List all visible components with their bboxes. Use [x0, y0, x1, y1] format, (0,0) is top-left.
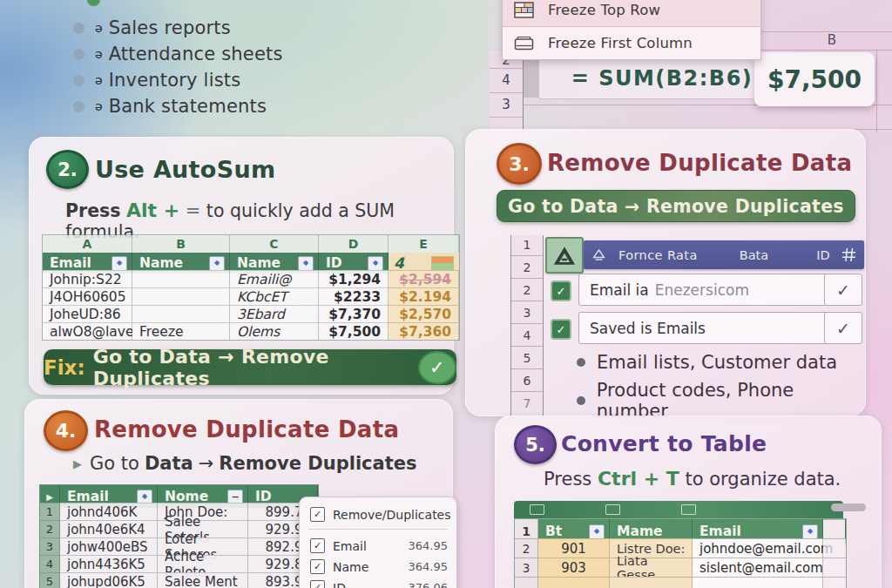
- table-cell: Freeze: [132, 322, 230, 340]
- checkbox-checked[interactable]: ✓: [551, 319, 571, 340]
- result-cell[interactable]: $7,500: [754, 52, 875, 106]
- list-item: ə Bank statements: [73, 93, 283, 119]
- collapse-button[interactable]: −: [227, 490, 243, 504]
- dialog-option-row: ✓ ID 376.06: [310, 580, 448, 588]
- field-text-secondary: Enezersicom: [655, 281, 749, 299]
- table-cell: $7,370: [319, 305, 389, 322]
- press-word: Press: [65, 200, 120, 221]
- dialog-title: Remove/Duplicates: [333, 508, 451, 522]
- filter-dropdown-button[interactable]: ◆: [298, 256, 314, 271]
- hash-icon[interactable]: [841, 248, 856, 261]
- filter-dropdown-button[interactable]: ◆: [209, 256, 225, 271]
- header-label: Email: [699, 524, 741, 539]
- dialog-titlebar: Fornce Rata Bata ID: [584, 240, 864, 269]
- header-label: Name: [237, 255, 280, 271]
- option-value: 364.95: [409, 560, 449, 573]
- table-cell: $2233: [319, 287, 389, 305]
- row-header: 2: [40, 520, 60, 537]
- option-value: 376.06: [409, 581, 449, 588]
- filter-dropdown-button[interactable]: ◆: [368, 256, 383, 271]
- checkbox-checked[interactable]: ✓: [310, 559, 325, 574]
- table-cell: Johnip:S22: [43, 270, 132, 287]
- titlebar-label: Bata: [740, 248, 768, 262]
- press-word: Press: [544, 469, 591, 490]
- dialog-option-row: ✓ Email 364.95: [310, 538, 448, 553]
- table-ribbon-strip: [514, 501, 843, 518]
- freeze-first-column-icon: [514, 36, 540, 51]
- press-rest: to organize data.: [685, 469, 841, 490]
- formula-cell[interactable]: = SUM(B2:B6): [538, 57, 786, 99]
- table-cell: johnd406K: [60, 503, 158, 520]
- table-cell: johupd06K5: [60, 572, 158, 588]
- row-header: 2: [511, 283, 543, 301]
- checkbox-checked[interactable]: ✓: [310, 507, 325, 522]
- section-number-badge: 3.: [497, 143, 542, 185]
- arrow-icon: ▶: [46, 492, 53, 502]
- table-cell: alwO8@lave: [43, 322, 132, 340]
- confirm-check-button[interactable]: ✓: [824, 274, 862, 306]
- converted-table: 1 Bt ◆ Mame Email ◆ 2 901 Listre Doe: jo…: [514, 518, 847, 588]
- sheet-tab-icon: [605, 504, 620, 515]
- column-letter: D: [319, 235, 389, 253]
- check-circle-icon: ✓: [418, 351, 456, 384]
- menu-item-freeze-top-row[interactable]: Freeze Top Row: [503, 0, 760, 26]
- header-label: Bt: [545, 524, 562, 539]
- section-4-remove-duplicates: 4. Remove Duplicate Data ▶ Go to Data → …: [24, 399, 453, 588]
- filter-dropdown-button[interactable]: ◆: [802, 524, 818, 539]
- play-icon: ▶: [73, 457, 82, 470]
- filter-dropdown-button[interactable]: ◆: [137, 490, 152, 504]
- header-label: 4: [394, 254, 404, 272]
- table-cell: $2.194: [389, 287, 459, 305]
- table-cell: john4436K5: [60, 555, 158, 572]
- app-logo-icon: [545, 237, 584, 274]
- freeze-menu: Freeze Top Row Freeze First Column: [502, 0, 761, 60]
- table-cell: $1,294: [319, 270, 389, 287]
- header-label: Email: [50, 255, 91, 271]
- checkbox-checked[interactable]: ✓: [551, 280, 571, 301]
- checkbox-checked[interactable]: ✓: [310, 580, 325, 588]
- bullet-line: Email lists, Customer data: [577, 352, 837, 373]
- filter-dropdown-button[interactable]: ◆: [589, 524, 605, 539]
- titlebar-label: ID: [816, 248, 829, 262]
- use-cases-list: ə Sales reports ə Attendance sheets ə In…: [73, 15, 283, 119]
- row-header-rail: 1 2 2 3 4 5 6 7: [510, 235, 544, 416]
- option-label: ID: [333, 581, 346, 588]
- arrow-glyph: →: [199, 453, 214, 474]
- table-cell: [132, 287, 230, 305]
- bullet-dot-icon: [73, 49, 84, 60]
- column-letter: B: [132, 235, 230, 253]
- table-cell: KCbcET: [230, 287, 319, 305]
- section-2-autosum: 2. Use AutoSum Press Alt + = to quickly …: [29, 137, 454, 395]
- row-header: 3: [515, 558, 538, 577]
- scrollbar-fragment[interactable]: [831, 504, 866, 511]
- goto-data-pill: Go to Data → Remove Duplicates: [497, 190, 855, 222]
- table-cell-empty: [823, 558, 846, 577]
- list-item: ə Sales reports: [73, 15, 283, 41]
- checkbox-checked[interactable]: ✓: [310, 538, 325, 553]
- table-cell: Emaili@: [230, 270, 319, 287]
- confirm-check-button[interactable]: ✓: [824, 312, 862, 344]
- table-cell: [132, 305, 230, 322]
- menu-item-label: Freeze First Column: [548, 35, 693, 51]
- goto-data: Data: [145, 453, 193, 474]
- sub-bullet-icon: ə: [95, 47, 103, 61]
- row-header: 2: [511, 260, 543, 279]
- bullet-dot-icon: [577, 358, 585, 367]
- menu-item-freeze-first-column[interactable]: Freeze First Column: [503, 27, 760, 59]
- dedupe-field-row: Saved is Emails: [578, 312, 828, 344]
- row-header: 1: [40, 503, 60, 520]
- filter-dropdown-button[interactable]: ◆: [112, 256, 127, 271]
- section-number-badge: 4.: [44, 410, 88, 451]
- sub-bullet-icon: ə: [95, 21, 103, 35]
- sum-result: $7,500: [767, 65, 862, 94]
- table-cell: [610, 577, 693, 588]
- table-cell: 901: [538, 538, 610, 558]
- sub-bullet-icon: ə: [95, 73, 103, 87]
- row-header: [515, 577, 538, 588]
- row-header: 7: [511, 396, 543, 410]
- bullet-dot-icon: [73, 101, 84, 112]
- table-cell: J4OH60605: [43, 287, 132, 305]
- row-header: 2: [515, 538, 538, 558]
- goto-instruction: ▶ Go to Data → Remove Duplicates: [73, 453, 417, 474]
- option-value: 364.95: [409, 539, 449, 552]
